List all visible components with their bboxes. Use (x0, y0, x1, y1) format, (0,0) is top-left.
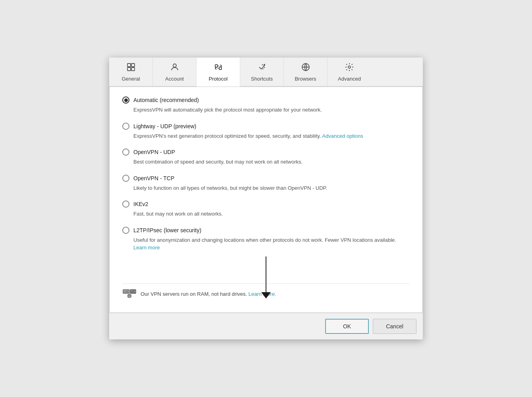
tab-advanced-label: Advanced (338, 76, 361, 82)
desc-openvpn-udp: Best combination of speed and security, … (122, 158, 410, 166)
option-openvpn-tcp: OpenVPN - TCP Likely to function on all … (122, 175, 410, 192)
arrow-line (266, 256, 266, 292)
tab-protocol-label: Protocol (209, 76, 228, 82)
general-icon (126, 62, 136, 73)
label-l2tp[interactable]: L2TP/IPsec (lower security) (133, 227, 201, 233)
option-openvpn-udp: OpenVPN - UDP Best combination of speed … (122, 148, 410, 166)
svg-rect-2 (127, 67, 131, 71)
label-openvpn-tcp[interactable]: OpenVPN - TCP (133, 175, 174, 181)
shortcuts-icon (257, 62, 267, 73)
account-icon (170, 62, 179, 73)
dialog-footer: OK Cancel (109, 313, 423, 339)
svg-rect-5 (215, 65, 218, 67)
svg-point-7 (264, 64, 265, 66)
svg-rect-13 (123, 290, 127, 291)
settings-dialog: General Account P (109, 58, 423, 339)
svg-rect-14 (123, 291, 126, 292)
radio-l2tp[interactable] (122, 227, 129, 234)
ram-server-icon (122, 289, 137, 300)
ok-button[interactable]: OK (325, 319, 369, 334)
svg-rect-0 (127, 64, 131, 67)
svg-rect-18 (129, 296, 131, 297)
cancel-button[interactable]: Cancel (373, 319, 416, 334)
protocol-content: Automatic (recommended) ExpressVPN will … (109, 87, 423, 313)
desc-lightway-udp: ExpressVPN's next generation protocol op… (122, 132, 410, 140)
tab-protocol[interactable]: Protocol (197, 58, 240, 87)
tab-general-label: General (121, 76, 140, 82)
desc-automatic: ExpressVPN will automatically pick the p… (122, 106, 410, 114)
svg-point-17 (135, 291, 136, 292)
svg-point-4 (173, 64, 176, 67)
ram-notice-text: Our VPN servers run on RAM, not hard dri… (141, 291, 276, 297)
tab-general[interactable]: General (109, 58, 153, 86)
label-openvpn-udp[interactable]: OpenVPN - UDP (133, 149, 175, 155)
tab-bar: General Account P (109, 58, 423, 87)
svg-rect-6 (219, 67, 222, 69)
label-ikev2[interactable]: IKEv2 (133, 201, 148, 207)
desc-openvpn-tcp: Likely to function on all types of netwo… (122, 184, 410, 192)
l2tp-learn-more-link[interactable]: Learn more (133, 245, 160, 251)
svg-rect-3 (131, 67, 135, 71)
tab-browsers[interactable]: Browsers (284, 58, 328, 86)
label-automatic[interactable]: Automatic (recommended) (133, 97, 199, 103)
option-l2tp: L2TP/IPsec (lower security) Useful for a… (122, 227, 410, 252)
svg-point-12 (128, 291, 129, 292)
tab-account-label: Account (165, 76, 184, 82)
svg-rect-1 (131, 64, 135, 67)
arrow-head (261, 292, 271, 299)
radio-openvpn-udp[interactable] (122, 148, 129, 156)
svg-rect-16 (131, 290, 134, 291)
tab-shortcuts[interactable]: Shortcuts (240, 58, 284, 86)
tab-account[interactable]: Account (153, 58, 197, 86)
option-lightway-udp: Lightway - UDP (preview) ExpressVPN's ne… (122, 123, 410, 140)
label-lightway-udp[interactable]: Lightway - UDP (preview) (133, 123, 196, 129)
desc-ikev2: Fast, but may not work on all networks. (122, 210, 410, 218)
radio-automatic[interactable] (122, 96, 129, 104)
option-ikev2: IKEv2 Fast, but may not work on all netw… (122, 200, 410, 218)
radio-ikev2[interactable] (122, 200, 129, 208)
tab-advanced[interactable]: Advanced (328, 58, 371, 86)
radio-lightway-udp[interactable] (122, 123, 129, 130)
browsers-icon (301, 62, 310, 73)
tab-browsers-label: Browsers (295, 76, 316, 82)
advanced-options-link[interactable]: Advanced options (322, 133, 363, 139)
radio-openvpn-tcp[interactable] (122, 175, 129, 182)
svg-point-10 (348, 66, 351, 68)
protocol-icon (214, 62, 223, 73)
advanced-icon (345, 62, 354, 73)
option-automatic: Automatic (recommended) ExpressVPN will … (122, 96, 410, 114)
desc-l2tp: Useful for anonymization and changing lo… (122, 236, 410, 252)
arrow-annotation (261, 256, 271, 299)
tab-shortcuts-label: Shortcuts (251, 76, 273, 82)
